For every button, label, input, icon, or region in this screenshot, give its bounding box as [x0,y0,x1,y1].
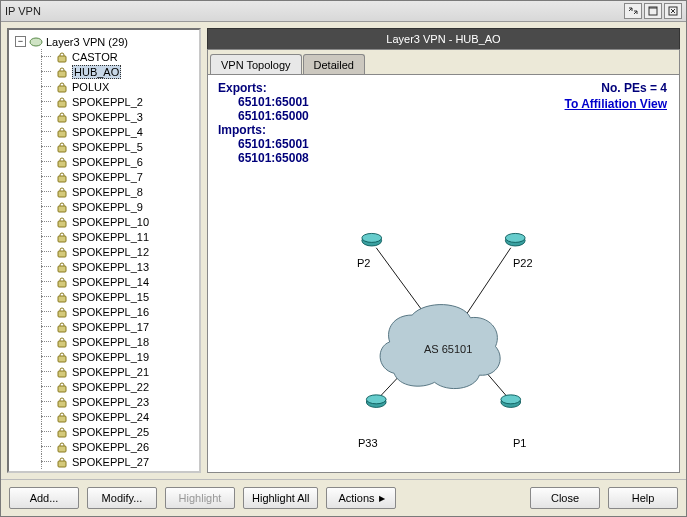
pe-count: No. PEs = 4 [601,81,667,95]
lock-icon [55,66,69,78]
tree-connector-icon [37,334,55,349]
tree-item-label: SPOKEPPL_16 [72,306,149,318]
svg-rect-31 [58,461,66,467]
tree-item[interactable]: SPOKEPPL_23 [37,394,199,409]
add-button[interactable]: Add... [9,487,79,509]
tree-item[interactable]: SPOKEPPL_18 [37,334,199,349]
tree-item[interactable]: SPOKEPPL_2 [37,94,199,109]
as-label: AS 65101 [424,343,472,355]
svg-rect-19 [58,281,66,287]
tree-item[interactable]: SPOKEPPL_26 [37,439,199,454]
modify-button[interactable]: Modify... [87,487,157,509]
svg-point-41 [366,395,386,404]
highlight-button[interactable]: Highlight [165,487,235,509]
close-button[interactable]: Close [530,487,600,509]
tab-detailed[interactable]: Detailed [303,54,365,74]
collapse-icon[interactable]: − [15,36,26,47]
lock-icon [55,126,69,138]
tree-item-label: CASTOR [72,51,118,63]
tree-root-node[interactable]: − Layer3 VPN (29) [13,34,199,49]
tree-item[interactable]: SPOKEPPL_5 [37,139,199,154]
lock-icon [55,216,69,228]
svg-rect-25 [58,371,66,377]
tree-item[interactable]: SPOKEPPL_6 [37,154,199,169]
tree-item[interactable]: SPOKEPPL_9 [37,199,199,214]
tree-item[interactable]: SPOKEPPL_7 [37,169,199,184]
highlight-all-button[interactable]: Highlight All [243,487,318,509]
tree-connector-icon [37,439,55,454]
maximize-icon[interactable] [644,3,662,19]
tree-connector-icon [37,49,55,64]
tree-item-label: SPOKEPPL_18 [72,336,149,348]
svg-line-33 [466,248,511,315]
tree-item[interactable]: SPOKEPPL_8 [37,184,199,199]
lock-icon [55,351,69,363]
router-label: P2 [357,257,370,269]
button-bar: Add... Modify... Highlight Highlight All… [1,479,686,516]
tree-item-label: SPOKEPPL_22 [72,381,149,393]
route-targets: Exports: 65101:65001 65101:65000 Imports… [218,81,309,165]
tree-item[interactable]: SPOKEPPL_10 [37,214,199,229]
actions-button[interactable]: Actions▶ [326,487,396,509]
tab-vpn-topology[interactable]: VPN Topology [210,54,302,74]
tree-connector-icon [37,229,55,244]
svg-rect-29 [58,431,66,437]
svg-rect-9 [58,131,66,137]
tree-item[interactable]: SPOKEPPL_11 [37,229,199,244]
svg-rect-20 [58,296,66,302]
tree-item[interactable]: SPOKEPPL_24 [37,409,199,424]
tree-item[interactable]: SPOKEPPL_27 [37,454,199,469]
tree-item[interactable]: SPOKEPPL_14 [37,274,199,289]
svg-rect-18 [58,266,66,272]
router-label: P33 [358,437,378,449]
lock-icon [55,231,69,243]
tree-item[interactable]: SPOKEPPL_25 [37,424,199,439]
tree-item[interactable]: SPOKEPPL_3 [37,109,199,124]
svg-rect-28 [58,416,66,422]
tree-item[interactable]: SPOKEPPL_16 [37,304,199,319]
vpn-tree[interactable]: − Layer3 VPN (29) CASTORHUB_AOPOLUXSPOKE… [7,28,201,473]
tree-item-label: HUB_AO [72,65,121,79]
tree-connector-icon [37,364,55,379]
tree-item[interactable]: SPOKEPPL_19 [37,349,199,364]
tree-item-label: SPOKEPPL_14 [72,276,149,288]
tree-item-label: SPOKEPPL_4 [72,126,143,138]
tree-item[interactable]: SPOKEPPL_15 [37,289,199,304]
tree-root-label: Layer3 VPN (29) [46,36,128,48]
svg-rect-4 [58,56,66,62]
tree-item[interactable]: SPOKEPPL_13 [37,259,199,274]
lock-icon [55,171,69,183]
svg-rect-24 [58,356,66,362]
chevron-right-icon: ▶ [379,494,385,503]
lock-icon [55,366,69,378]
lock-icon [55,111,69,123]
tree-connector-icon [37,169,55,184]
tree-item[interactable]: SPOKEPPL_22 [37,379,199,394]
svg-rect-27 [58,401,66,407]
svg-rect-14 [58,206,66,212]
tree-connector-icon [37,319,55,334]
close-icon[interactable] [664,3,682,19]
lock-icon [55,306,69,318]
ipvpn-window: IP VPN − Layer3 VPN (29) CASTORHUB_AOPOL… [0,0,687,517]
detach-icon[interactable] [624,3,642,19]
svg-rect-17 [58,251,66,257]
svg-rect-11 [58,161,66,167]
tree-connector-icon [37,259,55,274]
svg-rect-8 [58,116,66,122]
svg-rect-13 [58,191,66,197]
tree-item[interactable]: POLUX [37,79,199,94]
tree-item[interactable]: SPOKEPPL_17 [37,319,199,334]
tree-item-label: POLUX [72,81,109,93]
tree-item-label: SPOKEPPL_10 [72,216,149,228]
affiliation-link[interactable]: To Affiliation View [565,97,667,111]
tree-connector-icon [37,154,55,169]
tree-item[interactable]: CASTOR [37,49,199,64]
help-button[interactable]: Help [608,487,678,509]
tree-item-label: SPOKEPPL_21 [72,366,149,378]
tree-item-label: SPOKEPPL_15 [72,291,149,303]
tree-item[interactable]: HUB_AO [37,64,199,79]
tree-item[interactable]: SPOKEPPL_4 [37,124,199,139]
tree-item[interactable]: SPOKEPPL_21 [37,364,199,379]
tree-item[interactable]: SPOKEPPL_12 [37,244,199,259]
